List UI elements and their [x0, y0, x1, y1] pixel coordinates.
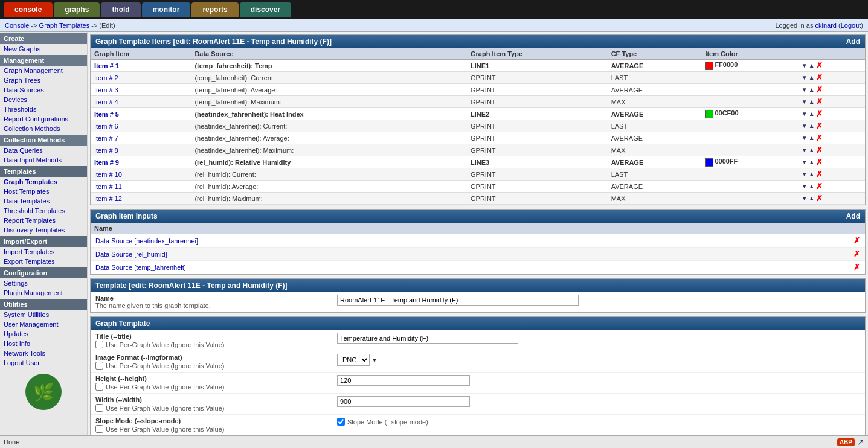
- gt-height-input[interactable]: [337, 375, 470, 386]
- gt-height-checkbox[interactable]: [95, 383, 103, 391]
- gt-imgformat-checkbox[interactable]: [95, 362, 103, 370]
- graph-item-link-12[interactable]: Item # 12: [94, 195, 122, 202]
- graph-item-link-2[interactable]: Item # 2: [94, 74, 118, 82]
- delete-input-2[interactable]: ✗: [854, 263, 860, 272]
- nav-discover[interactable]: discover: [240, 2, 291, 17]
- nav-console[interactable]: console: [4, 2, 53, 17]
- graph-item-link-7[interactable]: Item # 7: [94, 135, 118, 142]
- sidebar-item-data-input-methods[interactable]: Data Input Methods: [0, 155, 87, 165]
- sidebar-item-report-templates[interactable]: Report Templates: [0, 216, 87, 225]
- sidebar-item-report-configurations[interactable]: Report Configurations: [0, 114, 87, 124]
- gt-slope-mode-checkbox[interactable]: [337, 418, 345, 426]
- sidebar-item-new-graphs[interactable]: New Graphs: [0, 44, 87, 54]
- graph-item-link-1[interactable]: Item # 1: [94, 62, 119, 69]
- move-up-5[interactable]: ▲: [809, 110, 815, 117]
- input-link-1[interactable]: Data Source [rel_humid]: [95, 251, 167, 258]
- sidebar-item-graph-templates[interactable]: Graph Templates: [0, 177, 87, 187]
- gt-width-input[interactable]: [337, 396, 470, 407]
- move-down-11[interactable]: ▼: [802, 183, 808, 190]
- delete-item-3[interactable]: ✗: [816, 85, 823, 94]
- graph-item-link-11[interactable]: Item # 11: [94, 183, 122, 190]
- graph-item-link-5[interactable]: Item # 5: [94, 110, 119, 118]
- move-down-9[interactable]: ▼: [802, 159, 808, 165]
- graph-item-link-3[interactable]: Item # 3: [94, 86, 118, 94]
- move-up-10[interactable]: ▲: [809, 171, 815, 178]
- move-down-12[interactable]: ▼: [802, 195, 808, 202]
- sidebar-item-host-info[interactable]: Host Info: [0, 339, 87, 348]
- delete-item-8[interactable]: ✗: [816, 146, 823, 155]
- gt-imgformat-select[interactable]: PNG GIF SVG: [337, 354, 370, 366]
- sidebar-item-data-templates[interactable]: Data Templates: [0, 196, 87, 206]
- move-down-2[interactable]: ▼: [802, 74, 808, 81]
- move-down-6[interactable]: ▼: [802, 123, 808, 129]
- gt-title-checkbox[interactable]: [95, 341, 103, 348]
- sidebar-item-threshold-templates[interactable]: Threshold Templates: [0, 206, 87, 216]
- logout-link[interactable]: Logout: [841, 22, 861, 29]
- move-down-1[interactable]: ▼: [802, 62, 808, 69]
- sidebar-item-discovery-templates[interactable]: Discovery Templates: [0, 225, 87, 235]
- delete-item-4[interactable]: ✗: [816, 97, 823, 106]
- move-up-1[interactable]: ▲: [809, 62, 815, 69]
- nav-reports[interactable]: reports: [191, 2, 238, 17]
- move-up-3[interactable]: ▲: [809, 86, 815, 93]
- move-up-11[interactable]: ▲: [809, 183, 815, 190]
- delete-item-11[interactable]: ✗: [816, 182, 823, 191]
- move-down-8[interactable]: ▼: [802, 147, 808, 153]
- delete-item-2[interactable]: ✗: [816, 73, 823, 82]
- move-down-5[interactable]: ▼: [802, 110, 808, 117]
- breadcrumb-graph-templates[interactable]: Graph Templates: [39, 22, 90, 29]
- sidebar-item-data-queries[interactable]: Data Queries: [0, 146, 87, 155]
- sidebar-item-export-templates[interactable]: Export Templates: [0, 257, 87, 266]
- sidebar-item-logout-user[interactable]: Logout User: [0, 358, 87, 368]
- graph-item-link-9[interactable]: Item # 9: [94, 159, 119, 166]
- delete-item-12[interactable]: ✗: [816, 194, 823, 203]
- sidebar-item-devices[interactable]: Devices: [0, 95, 87, 104]
- delete-item-10[interactable]: ✗: [816, 170, 823, 179]
- sidebar-item-updates[interactable]: Updates: [0, 329, 87, 339]
- move-up-2[interactable]: ▲: [809, 74, 815, 81]
- gt-slope-perg-checkbox[interactable]: [95, 425, 103, 433]
- sidebar-item-graph-trees[interactable]: Graph Trees: [0, 75, 87, 85]
- nav-thold[interactable]: thold: [101, 2, 140, 17]
- sidebar-item-system-utilities[interactable]: System Utilities: [0, 310, 87, 319]
- sidebar-item-host-templates[interactable]: Host Templates: [0, 187, 87, 196]
- delete-item-1[interactable]: ✗: [816, 61, 823, 70]
- move-up-4[interactable]: ▲: [809, 98, 815, 105]
- sidebar-item-settings[interactable]: Settings: [0, 278, 87, 288]
- delete-input-0[interactable]: ✗: [854, 236, 860, 245]
- delete-item-7[interactable]: ✗: [816, 133, 823, 142]
- sidebar-item-network-tools[interactable]: Network Tools: [0, 348, 87, 358]
- gt-width-checkbox[interactable]: [95, 404, 103, 412]
- nav-monitor[interactable]: monitor: [142, 2, 191, 17]
- nav-graphs[interactable]: graphs: [54, 2, 100, 17]
- move-down-7[interactable]: ▼: [802, 135, 808, 141]
- gt-title-input[interactable]: [337, 333, 518, 344]
- sidebar-item-graph-management[interactable]: Graph Management: [0, 66, 87, 75]
- username-link[interactable]: ckinard: [815, 22, 836, 29]
- sidebar-item-plugin-management[interactable]: Plugin Management: [0, 288, 87, 298]
- sidebar-item-collection-methods-mgmt[interactable]: Collection Methods: [0, 124, 87, 133]
- delete-input-1[interactable]: ✗: [854, 249, 860, 258]
- graph-item-link-4[interactable]: Item # 4: [94, 98, 118, 106]
- graph-inputs-add-button[interactable]: Add: [846, 212, 860, 220]
- move-up-7[interactable]: ▲: [809, 135, 815, 141]
- delete-item-9[interactable]: ✗: [816, 158, 823, 167]
- move-down-3[interactable]: ▼: [802, 86, 808, 93]
- move-up-9[interactable]: ▲: [809, 159, 815, 165]
- breadcrumb-console[interactable]: Console: [5, 22, 29, 29]
- sidebar-item-user-management[interactable]: User Management: [0, 319, 87, 329]
- sidebar-item-data-sources[interactable]: Data Sources: [0, 85, 87, 95]
- graph-item-link-10[interactable]: Item # 10: [94, 171, 122, 178]
- move-down-10[interactable]: ▼: [802, 171, 808, 178]
- input-link-2[interactable]: Data Source [temp_fahrenheit]: [95, 264, 186, 271]
- sidebar-item-thresholds[interactable]: Thresholds: [0, 104, 87, 114]
- delete-item-5[interactable]: ✗: [816, 109, 823, 118]
- input-link-0[interactable]: Data Source [heatindex_fahrenhei]: [95, 237, 198, 245]
- template-name-input[interactable]: [337, 295, 579, 306]
- graph-item-link-8[interactable]: Item # 8: [94, 147, 118, 154]
- move-up-12[interactable]: ▲: [809, 195, 815, 202]
- delete-item-6[interactable]: ✗: [816, 121, 823, 130]
- move-up-6[interactable]: ▲: [809, 123, 815, 129]
- graph-item-link-6[interactable]: Item # 6: [94, 123, 118, 130]
- move-up-8[interactable]: ▲: [809, 147, 815, 153]
